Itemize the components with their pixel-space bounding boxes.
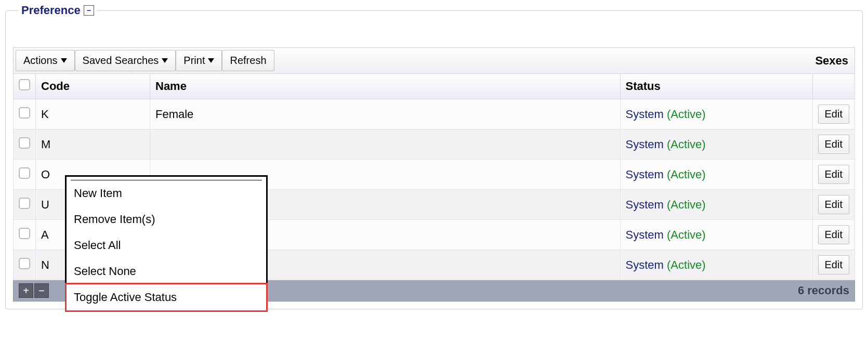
actions-dropdown[interactable]: Actions	[16, 50, 75, 71]
row-code: K	[36, 99, 150, 129]
row-status: System (Active)	[620, 160, 812, 190]
edit-button[interactable]: Edit	[818, 135, 849, 154]
status-system: System	[626, 258, 664, 271]
toolbar: Actions Saved Searches Print Refresh Sex…	[13, 47, 855, 73]
row-status: System (Active)	[620, 190, 812, 220]
records-count: 6 records	[798, 284, 849, 297]
edit-button[interactable]: Edit	[818, 165, 849, 184]
remove-item-button[interactable]: −	[34, 283, 49, 298]
status-active: (Active)	[667, 168, 706, 181]
saved-searches-label: Saved Searches	[83, 55, 159, 67]
panel-title-wrap: Preference −	[18, 4, 97, 17]
actions-context-menu: New ItemRemove Item(s)Select AllSelect N…	[65, 175, 268, 312]
row-status: System (Active)	[620, 250, 812, 280]
caret-down-icon	[162, 58, 168, 63]
status-system: System	[626, 138, 664, 151]
caret-down-icon	[61, 58, 67, 63]
print-dropdown[interactable]: Print	[176, 50, 222, 71]
header-edit	[812, 74, 854, 99]
add-item-button[interactable]: +	[19, 283, 33, 298]
table-row[interactable]: MSystem (Active)Edit	[14, 129, 855, 160]
header-name[interactable]: Name	[150, 74, 621, 99]
context-menu-item[interactable]: Toggle Active Status	[65, 283, 268, 312]
row-name	[150, 129, 621, 160]
status-system: System	[626, 198, 664, 211]
header-status[interactable]: Status	[620, 74, 812, 99]
row-name: Female	[150, 99, 621, 129]
status-active: (Active)	[667, 198, 706, 211]
status-system: System	[626, 228, 664, 241]
row-code: M	[36, 129, 150, 160]
context-menu-item[interactable]: Select None	[67, 258, 266, 284]
context-menu-item[interactable]: Select All	[67, 232, 266, 258]
context-menu-item[interactable]: Remove Item(s)	[67, 206, 266, 232]
toolbar-title: Sexes	[815, 54, 848, 68]
row-status: System (Active)	[620, 129, 812, 160]
status-active: (Active)	[667, 228, 706, 241]
table-header-row: Code Name Status	[14, 74, 855, 99]
edit-button[interactable]: Edit	[818, 255, 849, 274]
row-checkbox[interactable]	[19, 107, 30, 119]
caret-down-icon	[208, 58, 214, 63]
header-code[interactable]: Code	[36, 74, 150, 99]
row-status: System (Active)	[620, 220, 812, 250]
status-active: (Active)	[667, 138, 706, 151]
edit-button[interactable]: Edit	[818, 104, 849, 124]
print-label: Print	[183, 55, 205, 67]
row-checkbox[interactable]	[19, 198, 30, 209]
refresh-label: Refresh	[230, 55, 266, 67]
row-checkbox[interactable]	[19, 258, 30, 269]
row-status: System (Active)	[620, 99, 812, 129]
status-active: (Active)	[667, 258, 706, 271]
toolbar-left: Actions Saved Searches Print Refresh	[16, 50, 274, 71]
row-checkbox[interactable]	[19, 137, 30, 149]
select-all-checkbox[interactable]	[19, 79, 30, 90]
status-active: (Active)	[667, 108, 706, 121]
status-system: System	[626, 168, 664, 181]
collapse-button[interactable]: −	[84, 5, 94, 16]
header-checkbox-cell	[14, 74, 36, 99]
saved-searches-dropdown[interactable]: Saved Searches	[75, 50, 176, 71]
edit-button[interactable]: Edit	[818, 195, 849, 214]
actions-label: Actions	[23, 55, 58, 67]
status-system: System	[626, 108, 664, 121]
footer-left: + −	[19, 283, 49, 298]
table-row[interactable]: KFemaleSystem (Active)Edit	[14, 99, 855, 129]
edit-button[interactable]: Edit	[818, 225, 849, 244]
refresh-button[interactable]: Refresh	[222, 50, 274, 71]
context-menu-item[interactable]: New Item	[67, 180, 266, 206]
preference-panel: Preference − Actions Saved Searches Prin…	[5, 10, 863, 309]
row-checkbox[interactable]	[19, 167, 30, 179]
panel-title: Preference	[21, 4, 81, 17]
row-checkbox[interactable]	[19, 228, 30, 239]
